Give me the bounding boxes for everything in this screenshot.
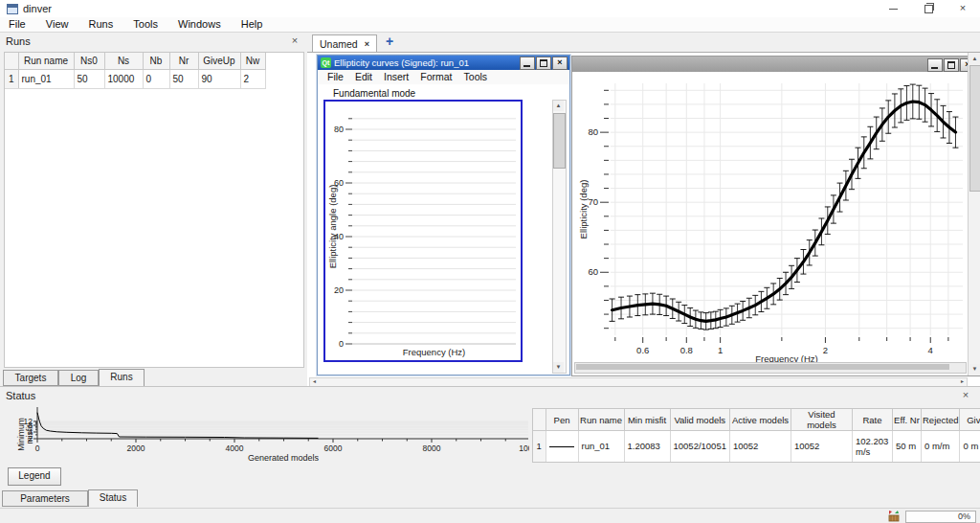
svg-text:20: 20 [334,285,344,295]
subwindow-maximize-button[interactable] [944,58,959,72]
viewport-vertical-scrollbar[interactable]: ▲ ▼ [968,53,980,375]
result-window-titlebar[interactable]: × [572,57,980,72]
svg-text:Generated models: Generated models [248,453,320,463]
col-run-name[interactable]: Run name [578,409,624,431]
svg-text:1: 1 [718,345,723,355]
subwindow-maximize-button[interactable] [536,57,551,70]
scroll-up-icon[interactable]: ▲ [553,101,564,111]
menu-view[interactable]: View [37,17,78,30]
menu-tools[interactable]: Tools [124,17,167,30]
cell-giveup: 90 [198,70,240,89]
menu-tools[interactable]: Tools [458,70,494,84]
left-dock-tabs: Targets Log Runs [0,369,307,386]
col-nr[interactable]: Nr [169,53,198,70]
col-nb[interactable]: Nb [143,53,169,70]
col-eff-nr[interactable]: Eff. Nr [892,409,921,431]
tab-log[interactable]: Log [58,370,99,386]
col-giveup[interactable]: GiveUp [960,409,980,431]
menu-file[interactable]: File [0,17,34,30]
runs-table-row[interactable]: 1 run_01 50 10000 0 50 90 2 [5,70,265,89]
tab-unamed[interactable]: Unamed × [312,34,377,52]
close-button[interactable]: × [946,0,980,17]
minimize-icon [931,67,938,69]
menu-file[interactable]: File [322,70,349,84]
col-rejected[interactable]: Rejected [921,409,960,431]
legend-button[interactable]: Legend [8,467,61,486]
scrollbar-thumb[interactable] [553,113,566,169]
tab-parameters[interactable]: Parameters [2,490,88,507]
svg-text:6000: 6000 [324,443,343,453]
svg-text:0: 0 [35,443,40,453]
dinver-window: dinver × File View Runs Tools Windows He… [0,0,980,523]
fundamental-mode-chart[interactable]: 020406080Frequency (Hz)Ellipticity angle… [323,100,523,362]
scroll-down-icon[interactable]: ▼ [969,364,980,375]
col-nw[interactable]: Nw [240,53,265,70]
col-run-name[interactable]: Run name [18,53,74,70]
cell-giveup: 0 m [960,431,980,464]
runs-table-header-row: Run name Ns0 Ns Nb Nr GiveUp Nw [5,53,265,70]
fundamental-mode-label: Fundamental mode [333,88,415,99]
status-table-row[interactable]: 1 run_01 1.20083 10052/10051 10052 10052… [533,431,980,464]
restore-icon [924,5,933,13]
minimize-button[interactable] [877,0,911,17]
row-number: 1 [5,70,18,89]
subwindow-close-button[interactable]: × [552,57,568,70]
col-ns[interactable]: Ns [104,53,143,70]
menu-insert[interactable]: Insert [378,70,414,84]
menu-help[interactable]: Help [233,17,272,30]
tab-status[interactable]: Status [88,489,138,507]
ellipticity-result-chart[interactable]: 6070800.60.8124Frequency (Hz)Ellipticity… [573,73,969,363]
tab-runs[interactable]: Runs [99,369,145,386]
svg-text:10000: 10000 [519,443,529,453]
cell-valid-models: 10052/10051 [670,431,729,464]
minimize-icon [523,65,530,67]
col-rate[interactable]: Rate [852,409,892,431]
scroll-left-icon[interactable]: ◄ [310,378,319,385]
scroll-up-icon[interactable]: ▲ [969,54,980,64]
svg-text:0: 0 [339,339,344,349]
row-number-header [5,53,18,70]
restore-button[interactable] [911,0,946,17]
result-horizontal-scrollbar[interactable] [574,362,967,374]
col-active-models[interactable]: Active models [729,409,791,431]
svg-text:misfit: misfit [25,424,34,443]
svg-text:8000: 8000 [423,443,441,453]
runs-panel-close-icon[interactable]: × [288,34,301,46]
col-visited-models[interactable]: Visited models [791,409,852,431]
status-bar: 0% [0,508,980,523]
ellipticity-window-content: Fundamental mode 020406080Frequency (Hz)… [318,84,569,375]
scroll-down-icon[interactable]: ▼ [553,362,564,373]
scroll-right-icon[interactable]: ► [958,378,967,385]
ellipticity-window-titlebar[interactable]: Qt Ellipticity curves (Signed): run_01 × [318,56,569,70]
viewport-horizontal-scrollbar[interactable]: ◄ ► [309,377,968,386]
menu-format[interactable]: Format [414,70,457,84]
add-tab-button[interactable]: + [382,34,397,50]
minimize-icon [889,9,898,10]
cell-nb: 0 [143,70,169,89]
chart-vertical-scrollbar[interactable]: ▲ ▼ [552,100,567,374]
menu-windows[interactable]: Windows [169,17,230,30]
col-min-misfit[interactable]: Min misfit [624,409,670,431]
window-title: dinver [23,3,52,14]
runs-table: Run name Ns0 Ns Nb Nr GiveUp Nw 1 run_01… [4,52,304,368]
col-ns0[interactable]: Ns0 [74,53,104,70]
scrollbar-thumb[interactable] [969,65,980,192]
cell-pen [546,431,578,464]
menu-runs[interactable]: Runs [80,17,122,30]
svg-text:Ellipticity angle (deg): Ellipticity angle (deg) [327,185,338,269]
scrollbar-thumb[interactable] [576,364,949,370]
col-valid-models[interactable]: Valid models [670,409,729,431]
tab-targets[interactable]: Targets [3,370,58,386]
svg-text:Frequency (Hz): Frequency (Hz) [403,347,465,357]
svg-text:Ellipticity (deg): Ellipticity (deg) [578,180,589,239]
cell-run-name: run_01 [578,431,624,464]
maximize-icon [540,59,547,67]
col-pen[interactable]: Pen [546,409,578,431]
minimum-misfit-chart[interactable]: 248120200040006000800010000Generated mod… [8,403,529,465]
tab-close-icon[interactable]: × [365,39,369,49]
col-giveup[interactable]: GiveUp [198,53,240,70]
subwindow-minimize-button[interactable] [520,57,535,70]
subwindow-minimize-button[interactable] [927,58,943,72]
menu-edit[interactable]: Edit [349,70,378,84]
status-panel-close-icon[interactable]: × [959,389,972,400]
